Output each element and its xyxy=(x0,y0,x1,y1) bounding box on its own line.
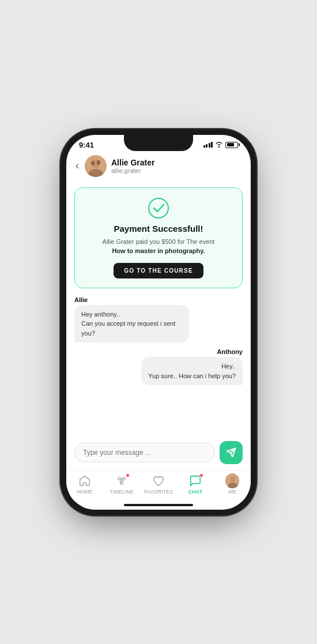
header-info: Allie Grater allie.grater xyxy=(111,158,154,174)
chat-message-left: Allie Hey anthony..Can you accept my req… xyxy=(74,296,189,343)
timeline-icon xyxy=(115,474,129,488)
nav-label-favorites: FAVORITES xyxy=(144,489,173,495)
payment-card: Payment Successfull! Allie Grater paid y… xyxy=(74,187,243,288)
home-icon xyxy=(78,474,92,488)
nav-label-chat: CHAT xyxy=(188,489,202,495)
signal-icon xyxy=(203,142,213,148)
nav-label-timeline: TIMELINE xyxy=(110,489,134,495)
svg-point-4 xyxy=(97,160,100,165)
message-input-area xyxy=(66,436,251,470)
svg-line-10 xyxy=(120,479,122,481)
message-input[interactable] xyxy=(74,443,215,462)
payment-desc: Allie Grater paid you $500 for The event… xyxy=(103,237,215,256)
payment-title: Payment Successfull! xyxy=(114,224,203,234)
bubble-text-right: Hey..Yup sure.. How can i help you? xyxy=(141,357,243,385)
chat-dot xyxy=(199,473,203,477)
svg-point-5 xyxy=(149,198,168,218)
status-icons xyxy=(203,141,239,149)
bottom-nav: HOME TIMELINE xyxy=(66,470,251,502)
nav-item-timeline[interactable]: TIMELINE xyxy=(107,474,136,495)
nav-item-home[interactable]: HOME xyxy=(70,474,99,495)
notch xyxy=(124,135,193,151)
chat-header: ‹ Allie Grater allie.grater xyxy=(66,152,251,183)
bubble-text-left: Hey anthony..Can you accept my request i… xyxy=(74,305,189,343)
nav-item-favorites[interactable]: FAVORITES xyxy=(144,474,173,495)
me-icon xyxy=(225,474,239,488)
battery-icon xyxy=(225,142,238,148)
send-icon xyxy=(226,447,236,458)
home-indicator xyxy=(124,504,193,506)
nav-label-me: ME xyxy=(228,489,236,495)
bubble-sender-right: Anthony xyxy=(141,348,243,355)
svg-point-13 xyxy=(231,476,236,482)
nav-item-chat[interactable]: CHAT xyxy=(181,474,210,495)
chat-area: Payment Successfull! Allie Grater paid y… xyxy=(66,183,251,436)
phone-shell: 9:41 ‹ xyxy=(66,135,251,510)
payment-check-icon xyxy=(148,197,169,219)
avatar xyxy=(85,155,107,177)
header-username: allie.grater xyxy=(111,167,154,174)
bubble-sender-left: Allie xyxy=(74,296,189,303)
svg-point-3 xyxy=(91,161,95,165)
nav-item-me[interactable]: ME xyxy=(218,474,247,495)
header-name: Allie Grater xyxy=(111,158,154,167)
nav-label-home: HOME xyxy=(77,489,93,495)
send-button[interactable] xyxy=(220,441,243,464)
favorites-icon xyxy=(152,474,165,488)
wifi-icon xyxy=(215,141,223,149)
chat-icon xyxy=(188,474,202,488)
status-time: 9:41 xyxy=(79,141,94,149)
chat-message-right: Anthony Hey..Yup sure.. How can i help y… xyxy=(141,348,243,385)
go-to-course-button[interactable]: GO TO THE COURSE xyxy=(114,263,203,278)
back-button[interactable]: ‹ xyxy=(76,160,79,172)
svg-point-8 xyxy=(120,481,123,484)
timeline-dot xyxy=(126,473,130,477)
svg-line-11 xyxy=(122,479,123,481)
